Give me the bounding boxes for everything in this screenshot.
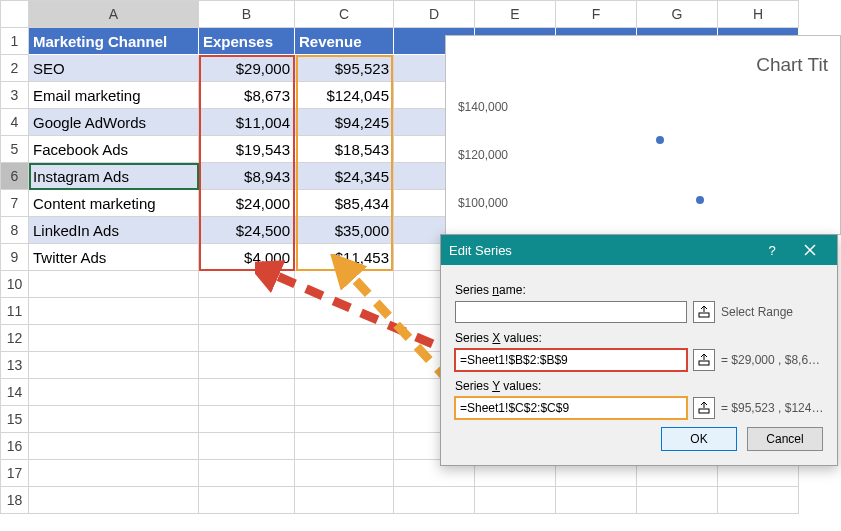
col-header-A[interactable]: A	[29, 1, 199, 28]
range-picker-button[interactable]	[693, 397, 715, 419]
row-header[interactable]: 11	[1, 298, 29, 325]
cell[interactable]: $35,000	[295, 217, 394, 244]
row-header[interactable]: 16	[1, 433, 29, 460]
cell[interactable]	[199, 460, 295, 487]
row-header[interactable]: 7	[1, 190, 29, 217]
row-header[interactable]: 2	[1, 55, 29, 82]
cell[interactable]: $4,000	[199, 244, 295, 271]
row-header[interactable]: 1	[1, 28, 29, 55]
chart-area[interactable]: Chart Tit $140,000 $120,000 $100,000	[445, 35, 841, 235]
row-header[interactable]: 17	[1, 460, 29, 487]
range-picker-button[interactable]	[693, 301, 715, 323]
row-header[interactable]: 3	[1, 82, 29, 109]
cell[interactable]	[394, 487, 475, 514]
cell[interactable]: $19,543	[199, 136, 295, 163]
close-button[interactable]	[791, 235, 829, 265]
cell[interactable]: $24,000	[199, 190, 295, 217]
cell[interactable]	[637, 487, 718, 514]
cell[interactable]	[199, 433, 295, 460]
row-header[interactable]: 12	[1, 325, 29, 352]
cell[interactable]	[295, 460, 394, 487]
cell[interactable]	[475, 487, 556, 514]
cell[interactable]	[295, 433, 394, 460]
cell[interactable]: $8,943	[199, 163, 295, 190]
cell[interactable]: $24,345	[295, 163, 394, 190]
col-header-D[interactable]: D	[394, 1, 475, 28]
cell[interactable]	[295, 406, 394, 433]
ok-button[interactable]: OK	[661, 427, 737, 451]
row-header[interactable]: 14	[1, 379, 29, 406]
cell[interactable]: Revenue	[295, 28, 394, 55]
cell[interactable]: Instagram Ads	[29, 163, 199, 190]
cell[interactable]	[199, 406, 295, 433]
cell[interactable]: $24,500	[199, 217, 295, 244]
cell[interactable]	[295, 487, 394, 514]
cell[interactable]: Twitter Ads	[29, 244, 199, 271]
cell[interactable]: LinkedIn Ads	[29, 217, 199, 244]
cell[interactable]: $85,434	[295, 190, 394, 217]
cell[interactable]	[295, 298, 394, 325]
row-header[interactable]: 4	[1, 109, 29, 136]
cell[interactable]: $94,245	[295, 109, 394, 136]
row-header[interactable]: 15	[1, 406, 29, 433]
cell[interactable]	[29, 487, 199, 514]
cell[interactable]	[29, 271, 199, 298]
cell[interactable]: Google AdWords	[29, 109, 199, 136]
col-header-B[interactable]: B	[199, 1, 295, 28]
cell[interactable]	[29, 352, 199, 379]
cell[interactable]: Facebook Ads	[29, 136, 199, 163]
cell[interactable]	[556, 487, 637, 514]
row-header[interactable]: 8	[1, 217, 29, 244]
cell[interactable]: $11,453	[295, 244, 394, 271]
dialog-titlebar[interactable]: Edit Series ?	[441, 235, 837, 265]
range-picker-button[interactable]	[693, 349, 715, 371]
cell[interactable]: $18,543	[295, 136, 394, 163]
row-header[interactable]: 13	[1, 352, 29, 379]
cell[interactable]: Marketing Channel	[29, 28, 199, 55]
cell[interactable]: $11,004	[199, 109, 295, 136]
col-header-F[interactable]: F	[556, 1, 637, 28]
cell[interactable]	[29, 460, 199, 487]
cell[interactable]	[199, 487, 295, 514]
cell[interactable]	[199, 379, 295, 406]
cell[interactable]: $124,045	[295, 82, 394, 109]
cell[interactable]	[29, 379, 199, 406]
cell[interactable]	[199, 298, 295, 325]
cell[interactable]: $95,523	[295, 55, 394, 82]
cancel-button[interactable]: Cancel	[747, 427, 823, 451]
row-header[interactable]: 9	[1, 244, 29, 271]
close-icon	[804, 244, 816, 256]
cell[interactable]: Email marketing	[29, 82, 199, 109]
col-header-G[interactable]: G	[637, 1, 718, 28]
cell[interactable]	[29, 325, 199, 352]
cell[interactable]: $8,673	[199, 82, 295, 109]
row-header[interactable]: 10	[1, 271, 29, 298]
cell[interactable]: Expenses	[199, 28, 295, 55]
series-x-input[interactable]	[455, 349, 687, 371]
series-y-input[interactable]	[455, 397, 687, 419]
help-button[interactable]: ?	[753, 235, 791, 265]
cell[interactable]	[295, 271, 394, 298]
cell[interactable]	[199, 271, 295, 298]
svg-rect-5	[699, 361, 709, 365]
cell[interactable]	[29, 406, 199, 433]
cell[interactable]: $29,000	[199, 55, 295, 82]
row-header[interactable]: 18	[1, 487, 29, 514]
col-header-E[interactable]: E	[475, 1, 556, 28]
cell[interactable]	[295, 379, 394, 406]
series-name-input[interactable]	[455, 301, 687, 323]
cell[interactable]: Content marketing	[29, 190, 199, 217]
cell[interactable]	[295, 325, 394, 352]
cell[interactable]	[718, 487, 799, 514]
row-header[interactable]: 5	[1, 136, 29, 163]
cell[interactable]	[29, 298, 199, 325]
row-header[interactable]: 6	[1, 163, 29, 190]
cell[interactable]	[29, 433, 199, 460]
cell[interactable]	[295, 352, 394, 379]
cell[interactable]	[199, 352, 295, 379]
cell[interactable]: SEO	[29, 55, 199, 82]
cell[interactable]	[199, 325, 295, 352]
col-header-C[interactable]: C	[295, 1, 394, 28]
col-header-H[interactable]: H	[718, 1, 799, 28]
select-all-corner[interactable]	[1, 1, 29, 28]
